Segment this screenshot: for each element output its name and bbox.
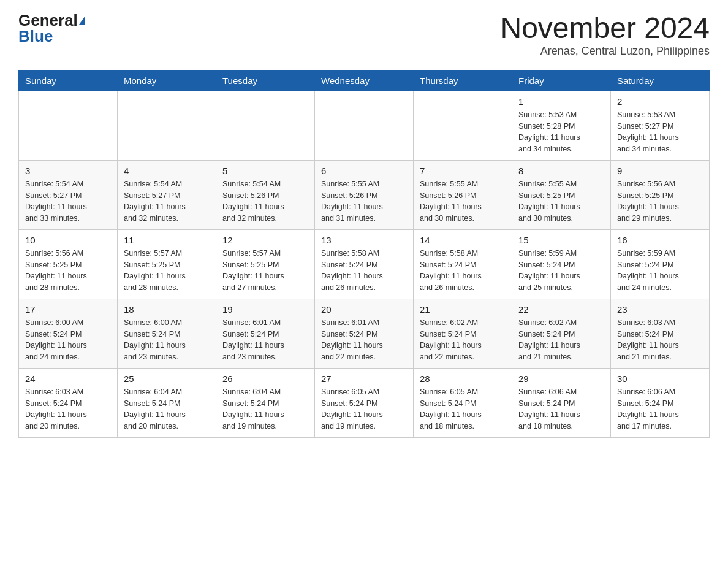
calendar-cell: 10Sunrise: 5:56 AM Sunset: 5:25 PM Dayli… [19, 229, 118, 299]
logo: General Blue [18, 12, 85, 44]
day-info: Sunrise: 6:00 AM Sunset: 5:24 PM Dayligh… [124, 317, 210, 363]
calendar-cell: 19Sunrise: 6:01 AM Sunset: 5:24 PM Dayli… [216, 299, 315, 368]
day-info: Sunrise: 6:01 AM Sunset: 5:24 PM Dayligh… [321, 317, 407, 363]
day-info: Sunrise: 6:03 AM Sunset: 5:24 PM Dayligh… [617, 317, 703, 363]
day-info: Sunrise: 5:55 AM Sunset: 5:26 PM Dayligh… [420, 178, 506, 224]
day-info: Sunrise: 5:57 AM Sunset: 5:25 PM Dayligh… [124, 248, 210, 294]
calendar-cell: 2Sunrise: 5:53 AM Sunset: 5:27 PM Daylig… [611, 91, 710, 160]
day-number: 29 [518, 373, 604, 384]
day-number: 1 [518, 96, 604, 107]
day-info: Sunrise: 6:01 AM Sunset: 5:24 PM Dayligh… [222, 317, 308, 363]
day-number: 20 [321, 304, 407, 315]
day-info: Sunrise: 6:04 AM Sunset: 5:24 PM Dayligh… [222, 386, 308, 432]
day-number: 30 [617, 373, 703, 384]
calendar-cell: 18Sunrise: 6:00 AM Sunset: 5:24 PM Dayli… [118, 299, 216, 368]
day-info: Sunrise: 5:54 AM Sunset: 5:27 PM Dayligh… [124, 178, 210, 224]
calendar-cell: 8Sunrise: 5:55 AM Sunset: 5:25 PM Daylig… [512, 160, 611, 229]
day-number: 3 [25, 166, 111, 176]
calendar-cell: 29Sunrise: 6:06 AM Sunset: 5:24 PM Dayli… [512, 368, 611, 437]
calendar-cell [216, 91, 315, 160]
day-info: Sunrise: 5:57 AM Sunset: 5:25 PM Dayligh… [222, 248, 308, 294]
calendar-cell: 25Sunrise: 6:04 AM Sunset: 5:24 PM Dayli… [118, 368, 216, 437]
day-number: 19 [222, 304, 308, 315]
day-info: Sunrise: 6:06 AM Sunset: 5:24 PM Dayligh… [518, 386, 604, 432]
day-info: Sunrise: 5:58 AM Sunset: 5:24 PM Dayligh… [321, 248, 407, 294]
calendar-cell: 26Sunrise: 6:04 AM Sunset: 5:24 PM Dayli… [216, 368, 315, 437]
calendar-cell: 30Sunrise: 6:06 AM Sunset: 5:24 PM Dayli… [611, 368, 710, 437]
day-number: 13 [321, 235, 407, 245]
day-number: 12 [222, 235, 308, 245]
day-number: 5 [222, 166, 308, 176]
calendar-cell: 24Sunrise: 6:03 AM Sunset: 5:24 PM Dayli… [19, 368, 118, 437]
day-info: Sunrise: 6:05 AM Sunset: 5:24 PM Dayligh… [321, 386, 407, 432]
calendar-table: SundayMondayTuesdayWednesdayThursdayFrid… [18, 70, 710, 438]
calendar-cell [19, 91, 118, 160]
calendar-cell: 27Sunrise: 6:05 AM Sunset: 5:24 PM Dayli… [315, 368, 414, 437]
logo-blue-text: Blue [18, 28, 53, 44]
calendar-cell: 6Sunrise: 5:55 AM Sunset: 5:26 PM Daylig… [315, 160, 414, 229]
calendar-cell: 4Sunrise: 5:54 AM Sunset: 5:27 PM Daylig… [118, 160, 216, 229]
day-number: 8 [518, 166, 604, 176]
calendar-header-thursday: Thursday [414, 70, 512, 91]
day-info: Sunrise: 5:58 AM Sunset: 5:24 PM Dayligh… [420, 248, 506, 294]
calendar-cell: 5Sunrise: 5:54 AM Sunset: 5:26 PM Daylig… [216, 160, 315, 229]
day-number: 15 [518, 235, 604, 245]
calendar-header-monday: Monday [118, 70, 216, 91]
day-number: 10 [25, 235, 111, 245]
calendar-cell: 16Sunrise: 5:59 AM Sunset: 5:24 PM Dayli… [611, 229, 710, 299]
month-title: November 2024 [500, 12, 710, 45]
location-text: Arenas, Central Luzon, Philippines [500, 45, 710, 58]
calendar-cell: 21Sunrise: 6:02 AM Sunset: 5:24 PM Dayli… [414, 299, 512, 368]
day-number: 21 [420, 304, 506, 315]
day-number: 9 [617, 166, 703, 176]
day-number: 4 [124, 166, 210, 176]
calendar-cell: 14Sunrise: 5:58 AM Sunset: 5:24 PM Dayli… [414, 229, 512, 299]
calendar-cell [118, 91, 216, 160]
calendar-cell: 20Sunrise: 6:01 AM Sunset: 5:24 PM Dayli… [315, 299, 414, 368]
calendar-cell: 11Sunrise: 5:57 AM Sunset: 5:25 PM Dayli… [118, 229, 216, 299]
calendar-cell: 22Sunrise: 6:02 AM Sunset: 5:24 PM Dayli… [512, 299, 611, 368]
day-number: 28 [420, 373, 506, 384]
day-number: 24 [25, 373, 111, 384]
day-info: Sunrise: 5:54 AM Sunset: 5:27 PM Dayligh… [25, 178, 111, 224]
title-block: November 2024 Arenas, Central Luzon, Phi… [500, 12, 710, 58]
day-number: 23 [617, 304, 703, 315]
day-number: 6 [321, 166, 407, 176]
calendar-week-row: 17Sunrise: 6:00 AM Sunset: 5:24 PM Dayli… [19, 299, 710, 368]
calendar-cell: 3Sunrise: 5:54 AM Sunset: 5:27 PM Daylig… [19, 160, 118, 229]
calendar-header-saturday: Saturday [611, 70, 710, 91]
day-info: Sunrise: 5:55 AM Sunset: 5:26 PM Dayligh… [321, 178, 407, 224]
day-number: 27 [321, 373, 407, 384]
calendar-header-friday: Friday [512, 70, 611, 91]
calendar-header-tuesday: Tuesday [216, 70, 315, 91]
day-number: 22 [518, 304, 604, 315]
day-info: Sunrise: 5:55 AM Sunset: 5:25 PM Dayligh… [518, 178, 604, 224]
calendar-cell [315, 91, 414, 160]
day-info: Sunrise: 5:53 AM Sunset: 5:27 PM Dayligh… [617, 109, 703, 155]
day-info: Sunrise: 6:05 AM Sunset: 5:24 PM Dayligh… [420, 386, 506, 432]
day-number: 25 [124, 373, 210, 384]
calendar-cell: 1Sunrise: 5:53 AM Sunset: 5:28 PM Daylig… [512, 91, 611, 160]
day-number: 26 [222, 373, 308, 384]
day-info: Sunrise: 6:02 AM Sunset: 5:24 PM Dayligh… [518, 317, 604, 363]
calendar-cell: 15Sunrise: 5:59 AM Sunset: 5:24 PM Dayli… [512, 229, 611, 299]
day-info: Sunrise: 5:56 AM Sunset: 5:25 PM Dayligh… [25, 248, 111, 294]
day-number: 17 [25, 304, 111, 315]
calendar-week-row: 10Sunrise: 5:56 AM Sunset: 5:25 PM Dayli… [19, 229, 710, 299]
calendar-cell [414, 91, 512, 160]
page-header: General Blue November 2024 Arenas, Centr… [18, 12, 710, 58]
day-info: Sunrise: 6:04 AM Sunset: 5:24 PM Dayligh… [124, 386, 210, 432]
day-number: 18 [124, 304, 210, 315]
calendar-header-sunday: Sunday [19, 70, 118, 91]
day-info: Sunrise: 6:02 AM Sunset: 5:24 PM Dayligh… [420, 317, 506, 363]
calendar-cell: 28Sunrise: 6:05 AM Sunset: 5:24 PM Dayli… [414, 368, 512, 437]
day-info: Sunrise: 5:54 AM Sunset: 5:26 PM Dayligh… [222, 178, 308, 224]
calendar-header-row: SundayMondayTuesdayWednesdayThursdayFrid… [19, 70, 710, 91]
calendar-cell: 12Sunrise: 5:57 AM Sunset: 5:25 PM Dayli… [216, 229, 315, 299]
calendar-cell: 13Sunrise: 5:58 AM Sunset: 5:24 PM Dayli… [315, 229, 414, 299]
calendar-cell: 9Sunrise: 5:56 AM Sunset: 5:25 PM Daylig… [611, 160, 710, 229]
calendar-week-row: 3Sunrise: 5:54 AM Sunset: 5:27 PM Daylig… [19, 160, 710, 229]
logo-general-text: General [18, 12, 78, 28]
day-number: 11 [124, 235, 210, 245]
day-info: Sunrise: 5:56 AM Sunset: 5:25 PM Dayligh… [617, 178, 703, 224]
